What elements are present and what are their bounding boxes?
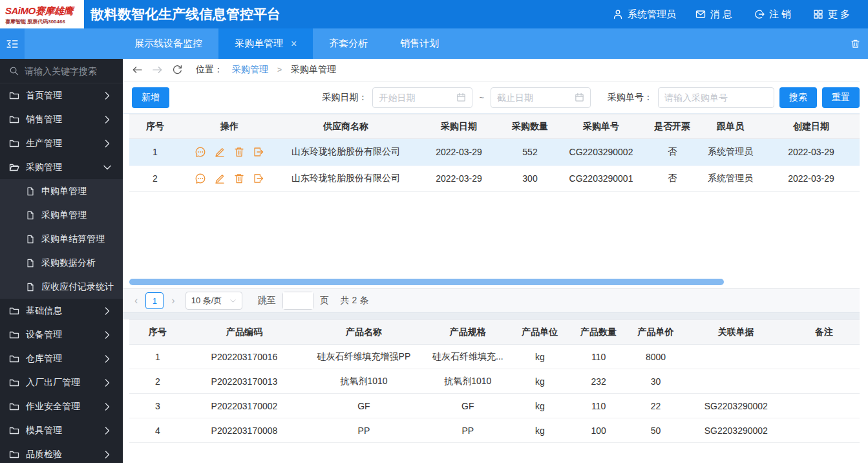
orders-table: 序号操作供应商名称采购日期采购数量采购单号是否开票跟单员创建日期 1山东玲珑轮胎… — [129, 114, 860, 192]
jump-page-input[interactable] — [283, 292, 313, 309]
page-number-button[interactable]: 1 — [145, 292, 164, 309]
sidebar-item-模具管理[interactable]: 模具管理 — [0, 418, 123, 442]
clear-tabs-button[interactable] — [851, 28, 860, 59]
delete-icon[interactable] — [233, 173, 245, 184]
orders-table-row[interactable]: 1山东玲珑轮胎股份有限公司2022-03-29552CG2203290002否系… — [129, 139, 860, 166]
breadcrumb-parent-link[interactable]: 采购管理 — [232, 64, 268, 76]
next-page-icon[interactable]: › — [170, 295, 176, 307]
trash-icon — [851, 39, 860, 48]
sidebar-item-仓库管理[interactable]: 仓库管理 — [0, 347, 123, 371]
sidebar-search-input[interactable] — [25, 66, 109, 76]
order-no-input[interactable] — [664, 92, 768, 103]
orders-table-row[interactable]: 2山东玲珑轮胎股份有限公司2022-03-29300CG2203290001否系… — [129, 166, 860, 192]
back-icon[interactable] — [132, 65, 143, 75]
orders-table-panel: 序号操作供应商名称采购日期采购数量采购单号是否开票跟单员创建日期 1山东玲珑轮胎… — [123, 114, 860, 288]
sidebar-item-入厂出厂管理[interactable]: 入厂出厂管理 — [0, 371, 123, 394]
scrollbar-thumb[interactable] — [129, 279, 724, 285]
header-nav: 系统管理员消息注销更多 — [613, 8, 868, 21]
header-nav-label: 系统管理员 — [628, 8, 676, 21]
products-table-row[interactable]: 2P202203170013抗氧剂1010抗氧剂1010kg23230 — [129, 369, 860, 394]
folder-icon — [9, 306, 19, 316]
sidebar-item-label: 采购管理 — [26, 162, 102, 173]
cell — [789, 418, 860, 443]
sidebar-item-品质检验[interactable]: 品质检验 — [0, 442, 123, 463]
products-table-row[interactable]: 4P202203170008PPPPkg10050SG2203290002 — [129, 418, 860, 443]
file-icon — [26, 211, 35, 220]
horizontal-scrollbar[interactable] — [129, 279, 860, 285]
jump-page-field[interactable] — [282, 292, 313, 310]
tab-list: 展示线设备监控采购单管理×齐套分析销售计划 — [118, 28, 455, 59]
header-nav-user[interactable]: 系统管理员 — [613, 8, 676, 21]
sidebar-item-设备管理[interactable]: 设备管理 — [0, 323, 123, 347]
tab-展示线设备监控[interactable]: 展示线设备监控 — [118, 28, 218, 59]
cell: kg — [511, 345, 569, 369]
reset-button[interactable]: 重置 — [822, 87, 860, 108]
column-header: 采购数量 — [504, 114, 556, 139]
sidebar-subitem-采购数据分析[interactable]: 采购数据分析 — [0, 251, 123, 275]
folder-icon — [9, 402, 19, 412]
cell: PP — [425, 418, 511, 443]
tab-label: 采购单管理 — [235, 38, 283, 50]
edit-icon[interactable] — [214, 173, 226, 184]
chevron-right-icon — [102, 425, 112, 436]
tab-销售计划[interactable]: 销售计划 — [384, 28, 455, 59]
add-button[interactable]: 新增 — [132, 87, 169, 108]
tab-齐套分析[interactable]: 齐套分析 — [313, 28, 384, 59]
sidebar-item-首页管理[interactable]: 首页管理 — [0, 83, 123, 107]
cell-created: 2022-03-29 — [763, 166, 860, 192]
products-table-row[interactable]: 1P202203170016硅灰石纤维填充增强PP硅灰石纤维填充...kg110… — [129, 345, 860, 369]
delete-icon[interactable] — [233, 146, 245, 158]
cell: 232 — [569, 369, 628, 394]
order-no-field[interactable] — [658, 87, 774, 108]
page-suffix-label: 页 — [320, 295, 329, 307]
comment-icon[interactable] — [195, 146, 206, 158]
sidebar: 首页管理销售管理生产管理采购管理申购单管理采购单管理采购单结算管理采购数据分析应… — [0, 59, 123, 463]
page-size-select[interactable]: 10 条/页 — [185, 292, 242, 310]
end-date-input[interactable] — [497, 92, 571, 103]
comment-icon[interactable] — [195, 173, 206, 184]
sidebar-subitem-采购单管理[interactable]: 采购单管理 — [0, 203, 123, 227]
sidebar-subitem-申购单管理[interactable]: 申购单管理 — [0, 179, 123, 203]
start-date-field[interactable] — [372, 87, 472, 108]
sidebar-item-采购管理[interactable]: 采购管理 — [0, 155, 123, 179]
chevron-down-icon — [102, 162, 112, 173]
forward-icon[interactable] — [152, 65, 163, 75]
tab-close-icon[interactable]: × — [291, 39, 297, 49]
file-icon — [26, 235, 35, 244]
chevron-right-icon — [102, 402, 112, 412]
tab-label: 销售计划 — [400, 38, 439, 50]
cell — [789, 345, 860, 369]
header-nav-grid[interactable]: 更多 — [813, 8, 852, 21]
sidebar-subitem-应收应付记录统计[interactable]: 应收应付记录统计 — [0, 275, 123, 299]
folder-icon — [9, 330, 19, 340]
products-table-row[interactable]: 3P202203170002GFGFkg11022SG2203290002 — [129, 394, 860, 418]
cell: 3 — [129, 394, 186, 418]
file-icon — [26, 187, 35, 196]
export-icon[interactable] — [253, 173, 264, 184]
header-nav-mail[interactable]: 消息 — [695, 8, 735, 21]
column-header: 采购日期 — [414, 114, 504, 139]
header-nav-label: 注销 — [769, 8, 794, 21]
search-button[interactable]: 搜索 — [779, 87, 817, 108]
start-date-input[interactable] — [379, 92, 452, 103]
panel-separator — [123, 313, 860, 319]
products-table-panel: 序号产品编码产品名称产品规格产品单位产品数量产品单价关联单据备注 1P20220… — [123, 319, 860, 463]
prev-page-icon[interactable]: ‹ — [133, 295, 139, 307]
end-date-field[interactable] — [491, 87, 591, 108]
brand-subtitle: 赛摩智能 股票代码300466 — [5, 18, 80, 25]
header-nav-logout[interactable]: 注销 — [754, 8, 794, 21]
tab-label: 展示线设备监控 — [134, 38, 202, 50]
sidebar-item-基础信息[interactable]: 基础信息 — [0, 299, 123, 323]
products-table: 序号产品编码产品名称产品规格产品单位产品数量产品单价关联单据备注 1P20220… — [129, 319, 860, 443]
sidebar-item-生产管理[interactable]: 生产管理 — [0, 131, 123, 155]
sidebar-item-作业安全管理[interactable]: 作业安全管理 — [0, 394, 123, 418]
sidebar-search[interactable] — [0, 59, 123, 83]
tab-采购单管理[interactable]: 采购单管理× — [218, 28, 313, 59]
refresh-icon[interactable] — [172, 65, 183, 75]
sidebar-collapse-button[interactable] — [0, 28, 25, 59]
export-icon[interactable] — [253, 146, 264, 158]
edit-icon[interactable] — [214, 146, 226, 158]
sidebar-item-销售管理[interactable]: 销售管理 — [0, 107, 123, 131]
sidebar-subitem-采购单结算管理[interactable]: 采购单结算管理 — [0, 227, 123, 251]
top-header: SAiMO赛摩雄鹰 赛摩智能 股票代码300466 散料数智化生产线信息管控平台… — [0, 0, 868, 28]
